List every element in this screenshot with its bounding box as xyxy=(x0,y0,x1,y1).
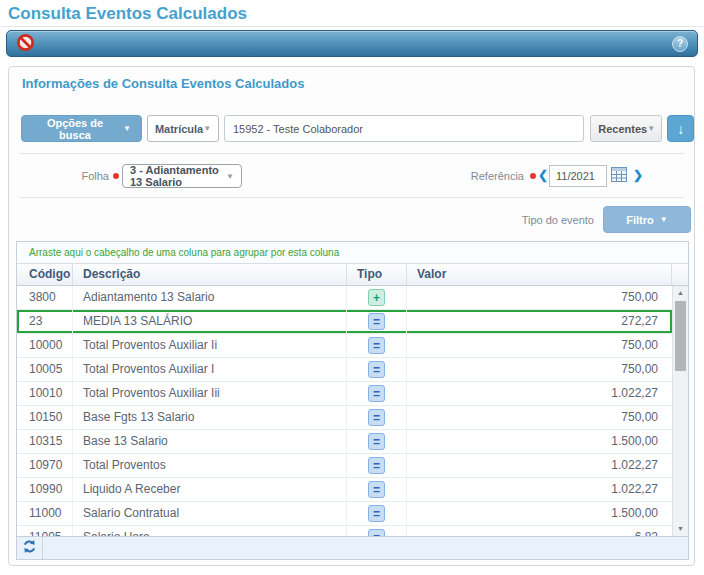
tipo-icon[interactable]: = xyxy=(368,529,385,536)
cell-valor: 750,00 xyxy=(407,286,672,309)
cell-descricao: Total Proventos Auxiliar I xyxy=(73,358,347,381)
search-input[interactable] xyxy=(224,115,584,142)
table-header: Código Descrição Tipo Valor xyxy=(17,264,688,286)
sheet-reference-row: Folha 3 - Adiantamento 13 Salario ▼ Refe… xyxy=(9,163,694,189)
table-row[interactable]: 10150 Base Fgts 13 Salario = 750,00 xyxy=(17,406,672,430)
folha-select[interactable]: 3 - Adiantamento 13 Salario ▼ xyxy=(122,164,242,188)
tipo-icon[interactable]: = xyxy=(368,433,385,450)
table-row[interactable]: 10990 Liquido A Receber = 1.022,27 xyxy=(17,478,672,502)
calendar-icon xyxy=(611,167,627,185)
cell-valor: 1.022,27 xyxy=(407,382,672,405)
tipo-icon[interactable]: = xyxy=(368,505,385,522)
search-field-label: Matrícula xyxy=(155,123,203,135)
help-button[interactable]: ? xyxy=(672,36,688,52)
tipo-icon[interactable]: = xyxy=(368,457,385,474)
search-field-select[interactable]: Matrícula ▼ xyxy=(147,115,219,142)
table-rows: 3800 Adiantamento 13 Salario + 750,00 23… xyxy=(17,286,672,536)
divider xyxy=(19,153,684,154)
recents-label: Recentes xyxy=(598,123,647,135)
cell-tipo: = xyxy=(347,478,407,501)
column-header-codigo[interactable]: Código xyxy=(17,264,73,285)
table-row[interactable]: 10970 Total Proventos = 1.022,27 xyxy=(17,454,672,478)
cell-valor: 1.022,27 xyxy=(407,454,672,477)
required-dot xyxy=(530,173,536,179)
table-row[interactable]: 11005 Salario Hora = 6,82 xyxy=(17,526,672,536)
table-row[interactable]: 10010 Total Proventos Auxiliar Iii = 1.0… xyxy=(17,382,672,406)
cell-tipo: = xyxy=(347,310,407,333)
cell-valor: 1.022,27 xyxy=(407,478,672,501)
cell-codigo: 10000 xyxy=(17,334,73,357)
cell-valor: 6,82 xyxy=(407,526,672,536)
filtro-button[interactable]: Filtro ▼ xyxy=(603,206,691,233)
column-header-spacer xyxy=(672,264,688,285)
block-button[interactable] xyxy=(16,33,35,55)
column-header-tipo[interactable]: Tipo xyxy=(347,264,407,285)
table-row[interactable]: 23 MEDIA 13 SALÁRIO = 272,27 xyxy=(17,310,672,334)
cell-codigo: 10005 xyxy=(17,358,73,381)
scroll-down-icon[interactable]: ▼ xyxy=(673,522,688,536)
vertical-scrollbar[interactable]: ▲ ▼ xyxy=(672,286,688,536)
calendar-button[interactable] xyxy=(611,167,627,185)
tipo-icon[interactable]: = xyxy=(368,313,385,330)
cell-tipo: = xyxy=(347,454,407,477)
tipo-icon[interactable]: = xyxy=(368,361,385,378)
cell-descricao: Salario Contratual xyxy=(73,502,347,525)
tipo-icon[interactable]: + xyxy=(368,289,385,306)
referencia-label: Referência xyxy=(422,170,524,182)
tipo-icon[interactable]: = xyxy=(368,481,385,498)
cell-tipo: = xyxy=(347,334,407,357)
scrollbar-thumb[interactable] xyxy=(675,301,686,371)
cell-codigo: 3800 xyxy=(17,286,73,309)
previous-period-chevron[interactable]: ❮ xyxy=(538,168,548,182)
cell-tipo: + xyxy=(347,286,407,309)
cell-valor: 1.500,00 xyxy=(407,430,672,453)
table-footer xyxy=(17,536,688,559)
recents-select[interactable]: Recentes ▼ xyxy=(590,115,662,142)
cell-valor: 272,27 xyxy=(407,310,672,333)
caret-down-icon: ▼ xyxy=(660,215,668,224)
table-row[interactable]: 10005 Total Proventos Auxiliar I = 750,0… xyxy=(17,358,672,382)
search-options-label: Opções de busca xyxy=(32,117,118,141)
column-header-descricao[interactable]: Descrição xyxy=(73,264,347,285)
search-options-button[interactable]: Opções de busca ▼ xyxy=(21,115,142,142)
next-period-chevron[interactable]: ❯ xyxy=(633,168,643,182)
caret-down-icon: ▼ xyxy=(647,124,655,133)
cell-codigo: 10010 xyxy=(17,382,73,405)
caret-down-icon: ▼ xyxy=(226,172,234,181)
group-by-drop-zone[interactable]: Arraste aqui o cabeçalho de uma coluna p… xyxy=(17,242,688,264)
tipo-icon[interactable]: = xyxy=(368,409,385,426)
table-row[interactable]: 3800 Adiantamento 13 Salario + 750,00 xyxy=(17,286,672,310)
table-row[interactable]: 10000 Total Proventos Auxiliar Ii = 750,… xyxy=(17,334,672,358)
cell-tipo: = xyxy=(347,430,407,453)
cell-codigo: 10990 xyxy=(17,478,73,501)
cell-tipo: = xyxy=(347,502,407,525)
cell-valor: 750,00 xyxy=(407,358,672,381)
tipo-evento-label: Tipo do evento xyxy=(469,214,594,226)
refresh-icon xyxy=(22,539,37,557)
cell-valor: 750,00 xyxy=(407,334,672,357)
refresh-button[interactable] xyxy=(22,539,37,557)
caret-down-icon: ▼ xyxy=(203,124,211,133)
cell-descricao: Total Proventos xyxy=(73,454,347,477)
down-arrow-icon: ↓ xyxy=(677,121,684,137)
cell-descricao: Base Fgts 13 Salario xyxy=(73,406,347,429)
filtro-label: Filtro xyxy=(626,214,654,226)
cell-codigo: 11005 xyxy=(17,526,73,536)
title-divider xyxy=(0,26,704,27)
tipo-icon[interactable]: = xyxy=(368,337,385,354)
scroll-up-icon[interactable]: ▲ xyxy=(673,286,688,300)
cell-descricao: Adiantamento 13 Salario xyxy=(73,286,347,309)
table-row[interactable]: 11000 Salario Contratual = 1.500,00 xyxy=(17,502,672,526)
required-dot xyxy=(113,173,119,179)
search-submit-button[interactable]: ↓ xyxy=(667,115,694,142)
cell-descricao: Salario Hora xyxy=(73,526,347,536)
column-header-valor[interactable]: Valor xyxy=(407,264,672,285)
page-title: Consulta Eventos Calculados xyxy=(8,4,247,24)
table-row[interactable]: 10315 Base 13 Salario = 1.500,00 xyxy=(17,430,672,454)
filter-row: Tipo do evento Filtro ▼ xyxy=(9,206,694,233)
tipo-icon[interactable]: = xyxy=(368,385,385,402)
screen: Consulta Eventos Calculados ? Informaçõe… xyxy=(0,0,704,575)
referencia-input[interactable] xyxy=(549,165,607,187)
cell-valor: 750,00 xyxy=(407,406,672,429)
cell-tipo: = xyxy=(347,358,407,381)
